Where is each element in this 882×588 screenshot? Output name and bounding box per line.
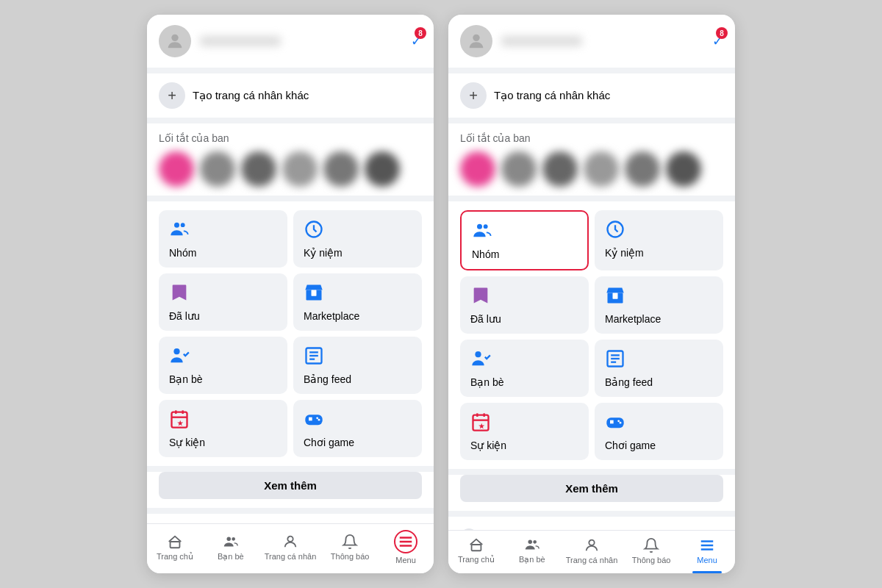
nav-trang-chu-left[interactable]: Trang chủ bbox=[153, 534, 197, 562]
svg-point-50 bbox=[620, 422, 622, 424]
marketplace-label-right: Marketplace bbox=[605, 313, 713, 325]
menu-item-ky-niem-left[interactable]: Kỷ niệm bbox=[293, 210, 422, 268]
create-page-section-right[interactable]: + Tạo trang cá nhân khác bbox=[448, 74, 735, 118]
groups-icon-left bbox=[169, 219, 277, 243]
shortcut-4-left[interactable] bbox=[282, 151, 318, 187]
svg-point-6 bbox=[173, 348, 179, 354]
bell-icon-left bbox=[342, 534, 358, 550]
ky-niem-label-left: Kỷ niệm bbox=[304, 247, 412, 259]
menu-grid-section-right: Nhóm Kỷ niệm Đã lưu bbox=[448, 201, 735, 469]
menu-item-choi-game-left[interactable]: Chơi game bbox=[293, 400, 422, 457]
saved-icon-left bbox=[169, 282, 277, 306]
friends-icon-left bbox=[169, 345, 277, 369]
svg-point-21 bbox=[318, 419, 320, 421]
svg-rect-51 bbox=[472, 545, 481, 551]
menu-grid-right: Nhóm Kỷ niệm Đã lưu bbox=[460, 210, 723, 460]
see-more-button-left[interactable]: Xem thêm bbox=[159, 472, 422, 499]
plus-icon-right: + bbox=[460, 82, 487, 109]
trang-ca-nhan-nav-label-left: Trang cá nhân bbox=[265, 552, 317, 561]
shortcut-1-right[interactable] bbox=[460, 151, 495, 187]
menu-item-ky-niem-right[interactable]: Kỷ niệm bbox=[595, 210, 723, 270]
menu-item-marketplace-right[interactable]: Marketplace bbox=[595, 276, 723, 334]
profile-nav-icon-right bbox=[584, 537, 600, 553]
shortcuts-row-left bbox=[159, 151, 422, 187]
phone-left: ✓ 8 + Tạo trang cá nhân khác Lối tắt của… bbox=[147, 15, 434, 573]
friends-icon-right bbox=[470, 348, 578, 372]
shortcut-3-left[interactable] bbox=[241, 151, 276, 187]
shortcut-1-left[interactable] bbox=[159, 151, 194, 187]
svg-rect-34 bbox=[613, 293, 618, 299]
see-more-section-right: Xem thêm bbox=[448, 475, 735, 511]
nav-ban-be-right[interactable]: Bạn bè bbox=[510, 537, 554, 564]
memories-icon-right bbox=[605, 219, 713, 243]
shortcut-6-left[interactable] bbox=[365, 151, 400, 187]
profile-name-blur-left bbox=[200, 36, 281, 46]
shortcut-3-right[interactable] bbox=[542, 151, 578, 187]
nav-trang-ca-nhan-left[interactable]: Trang cá nhân bbox=[265, 534, 317, 561]
shortcut-2-left[interactable] bbox=[200, 151, 235, 187]
help-section-right[interactable]: ? Trợ giúp & hỗ trợ ∨ bbox=[448, 517, 735, 530]
svg-point-2 bbox=[181, 223, 185, 227]
svg-point-31 bbox=[484, 224, 488, 229]
shortcut-6-right[interactable] bbox=[666, 151, 701, 187]
menu-item-nhom-right[interactable]: Nhóm bbox=[460, 210, 589, 270]
menu-nav-label-left: Menu bbox=[395, 556, 416, 564]
nav-thong-bao-left[interactable]: Thông báo bbox=[328, 534, 372, 561]
shortcut-4-right[interactable] bbox=[584, 151, 619, 187]
friends-nav-icon-right bbox=[524, 537, 540, 553]
menu-item-ban-be-right[interactable]: Bạn bè bbox=[460, 340, 589, 397]
create-page-section-left[interactable]: + Tạo trang cá nhân khác bbox=[147, 74, 434, 118]
nav-trang-ca-nhan-right[interactable]: Trang cá nhân bbox=[566, 537, 618, 564]
home-icon-left bbox=[167, 534, 183, 550]
avatar-right bbox=[460, 25, 492, 57]
menu-item-choi-game-right[interactable]: Chơi game bbox=[595, 403, 723, 460]
menu-item-bang-feed-left[interactable]: Bảng feed bbox=[293, 337, 422, 394]
shortcuts-section-right: Lối tắt của ban bbox=[448, 123, 735, 196]
friends-nav-icon-left bbox=[223, 534, 239, 550]
nav-trang-chu-right[interactable]: Trang chủ bbox=[454, 537, 498, 564]
menu-item-da-luu-left[interactable]: Đã lưu bbox=[159, 273, 287, 331]
svg-point-23 bbox=[226, 537, 231, 541]
shortcuts-row-right bbox=[460, 151, 723, 187]
marketplace-icon-right bbox=[605, 285, 713, 309]
bell-icon-right bbox=[643, 537, 659, 553]
nav-thong-bao-right[interactable]: Thông báo bbox=[629, 537, 673, 564]
menu-item-ban-be-left[interactable]: Bạn bè bbox=[159, 337, 287, 394]
svg-point-52 bbox=[528, 540, 532, 545]
notification-badge-left[interactable]: ✓ 8 bbox=[411, 33, 422, 49]
menu-item-bang-feed-right[interactable]: Bảng feed bbox=[595, 340, 723, 397]
menu-grid-section-left: Nhóm Kỷ niệm Đã lưu bbox=[147, 201, 434, 466]
menu-item-da-luu-right[interactable]: Đã lưu bbox=[460, 276, 589, 334]
notification-badge-right[interactable]: ✓ 8 bbox=[712, 33, 723, 49]
menu-nav-icon-left bbox=[394, 530, 417, 553]
bottom-nav-left: Trang chủ Bạn bè Trang cá nhân Thông báo… bbox=[147, 523, 434, 573]
svg-point-54 bbox=[589, 539, 594, 545]
shortcut-5-right[interactable] bbox=[625, 151, 660, 187]
shortcut-5-left[interactable] bbox=[323, 151, 359, 187]
menu-item-su-kien-right[interactable]: ★ Sự kiện bbox=[460, 403, 589, 460]
nav-ban-be-left[interactable]: Bạn bè bbox=[209, 534, 253, 562]
trang-chu-nav-label-right: Trang chủ bbox=[458, 555, 495, 564]
menu-item-marketplace-left[interactable]: Marketplace bbox=[293, 273, 422, 331]
choi-game-label-right: Chơi game bbox=[605, 440, 713, 451]
menu-nav-icon-right bbox=[699, 537, 715, 553]
see-more-button-right[interactable]: Xem thêm bbox=[460, 475, 723, 502]
svg-point-49 bbox=[617, 420, 620, 422]
profile-section-right: ✓ 8 bbox=[448, 15, 735, 68]
da-luu-label-left: Đã lưu bbox=[169, 310, 277, 322]
bang-feed-label-right: Bảng feed bbox=[605, 376, 713, 388]
menu-item-su-kien-left[interactable]: ★ Sự kiện bbox=[159, 400, 287, 457]
groups-icon-right bbox=[472, 220, 577, 244]
menu-grid-left: Nhóm Kỷ niệm Đã lưu bbox=[159, 210, 422, 457]
see-more-section-left: Xem thêm bbox=[147, 472, 434, 508]
nhom-label-right: Nhóm bbox=[472, 248, 577, 260]
nav-menu-right[interactable]: Menu bbox=[685, 537, 729, 564]
svg-point-20 bbox=[316, 417, 318, 419]
nav-menu-left[interactable]: Menu bbox=[384, 530, 428, 564]
menu-item-nhom-left[interactable]: Nhóm bbox=[159, 210, 287, 268]
thong-bao-nav-label-right: Thông báo bbox=[632, 556, 671, 564]
help-section-left[interactable]: ? Trợ giúp & hỗ trợ ∨ bbox=[147, 514, 434, 523]
choi-game-label-left: Chơi game bbox=[304, 437, 412, 448]
shortcut-2-right[interactable] bbox=[501, 151, 537, 187]
svg-point-35 bbox=[475, 351, 481, 357]
